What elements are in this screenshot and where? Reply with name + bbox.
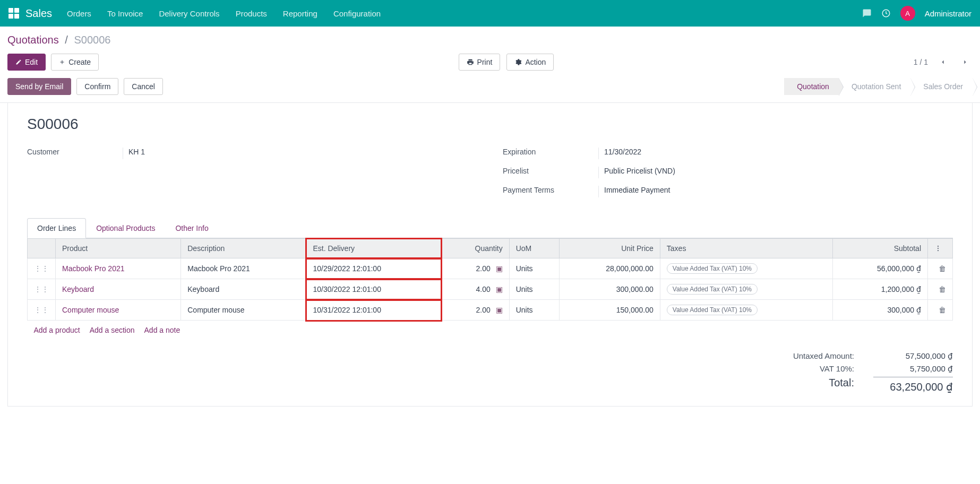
- control-row: Edit Create Print Action 1 / 1: [0, 48, 980, 78]
- col-description[interactable]: Description: [181, 239, 306, 258]
- cell-taxes[interactable]: Value Added Tax (VAT) 10%: [660, 279, 832, 300]
- cell-product[interactable]: Computer mouse: [56, 300, 181, 321]
- col-uom[interactable]: UoM: [509, 239, 559, 258]
- cell-uom[interactable]: Units: [509, 300, 559, 321]
- pager: 1 / 1: [914, 58, 928, 66]
- chart-icon[interactable]: ▣: [496, 264, 503, 273]
- col-options[interactable]: [928, 239, 953, 258]
- cell-unit-price[interactable]: 300,000.00: [559, 279, 660, 300]
- cell-quantity[interactable]: 4.00 ▣: [441, 279, 509, 300]
- top-nav: Sales Orders To Invoice Delivery Control…: [0, 0, 980, 27]
- brand[interactable]: Sales: [25, 7, 52, 20]
- drag-handle[interactable]: ⋮⋮: [28, 300, 56, 321]
- chart-icon[interactable]: ▣: [496, 306, 503, 314]
- col-taxes[interactable]: Taxes: [660, 239, 832, 258]
- svg-point-3: [938, 250, 939, 251]
- customer-value[interactable]: KH 1: [123, 148, 477, 159]
- nav-reporting[interactable]: Reporting: [283, 9, 317, 18]
- vat-value: 5,750,000 ₫: [873, 364, 953, 374]
- delete-row[interactable]: 🗑: [928, 279, 953, 300]
- svg-point-1: [938, 246, 939, 247]
- delete-row[interactable]: 🗑: [928, 300, 953, 321]
- cell-est-delivery[interactable]: 10/29/2022 12:01:00: [306, 258, 441, 279]
- edit-button[interactable]: Edit: [7, 54, 46, 71]
- cell-uom[interactable]: Units: [509, 279, 559, 300]
- cell-product[interactable]: Macbook Pro 2021: [56, 258, 181, 279]
- nav-delivery-controls[interactable]: Delivery Controls: [159, 9, 219, 18]
- customer-label: Customer: [27, 148, 123, 156]
- tab-other-info[interactable]: Other Info: [165, 218, 218, 238]
- nav-orders[interactable]: Orders: [67, 9, 91, 18]
- col-quantity[interactable]: Quantity: [441, 239, 509, 258]
- print-button[interactable]: Print: [459, 54, 501, 71]
- prev-button[interactable]: [935, 55, 950, 70]
- cell-unit-price[interactable]: 28,000,000.00: [559, 258, 660, 279]
- cell-product[interactable]: Keyboard: [56, 279, 181, 300]
- stage-quotation-sent[interactable]: Quotation Sent: [839, 78, 910, 95]
- cell-taxes[interactable]: Value Added Tax (VAT) 10%: [660, 300, 832, 321]
- gear-icon: [514, 58, 522, 66]
- table-row[interactable]: ⋮⋮KeyboardKeyboard10/30/2022 12:01:004.0…: [28, 279, 953, 300]
- cell-subtotal: 1,200,000 ₫: [833, 279, 928, 300]
- cell-est-delivery[interactable]: 10/30/2022 12:01:00: [306, 279, 441, 300]
- breadcrumb-separator: /: [65, 34, 68, 46]
- print-icon: [467, 58, 474, 66]
- status-stages: Quotation Quotation Sent Sales Order: [784, 78, 973, 95]
- cell-description[interactable]: Keyboard: [181, 279, 306, 300]
- apps-icon[interactable]: [8, 8, 19, 19]
- stage-sales-order[interactable]: Sales Order: [910, 78, 973, 95]
- table-row[interactable]: ⋮⋮Macbook Pro 2021Macbook Pro 202110/29/…: [28, 258, 953, 279]
- cancel-button[interactable]: Cancel: [124, 78, 163, 95]
- next-button[interactable]: [958, 55, 973, 70]
- col-unit-price[interactable]: Unit Price: [559, 239, 660, 258]
- payment-terms-label: Payment Terms: [503, 186, 598, 194]
- cell-description[interactable]: Macbook Pro 2021: [181, 258, 306, 279]
- form-sheet: S00006 Customer KH 1 Expiration 11/30/20…: [7, 103, 973, 407]
- cell-quantity[interactable]: 2.00 ▣: [441, 258, 509, 279]
- avatar[interactable]: A: [900, 6, 915, 21]
- delete-row[interactable]: 🗑: [928, 258, 953, 279]
- table-row[interactable]: ⋮⋮Computer mouseComputer mouse10/31/2022…: [28, 300, 953, 321]
- pencil-icon: [15, 59, 22, 65]
- send-email-button[interactable]: Send by Email: [7, 78, 71, 95]
- tab-optional-products[interactable]: Optional Products: [86, 218, 165, 238]
- action-button[interactable]: Action: [506, 54, 554, 71]
- drag-handle[interactable]: ⋮⋮: [28, 279, 56, 300]
- total-value: 63,250,000 ₫: [873, 377, 953, 393]
- trash-icon: 🗑: [939, 306, 946, 314]
- expiration-value[interactable]: 11/30/2022: [598, 148, 953, 159]
- add-section-link[interactable]: Add a section: [90, 326, 135, 334]
- payment-terms-value[interactable]: Immediate Payment: [598, 186, 953, 197]
- cell-description[interactable]: Computer mouse: [181, 300, 306, 321]
- col-product[interactable]: Product: [56, 239, 181, 258]
- drag-handle[interactable]: ⋮⋮: [28, 258, 56, 279]
- messaging-icon[interactable]: [862, 8, 872, 18]
- activities-icon[interactable]: [881, 8, 891, 18]
- chart-icon[interactable]: ▣: [496, 285, 503, 293]
- tab-order-lines[interactable]: Order Lines: [27, 218, 86, 238]
- nav-to-invoice[interactable]: To Invoice: [107, 9, 143, 18]
- expiration-label: Expiration: [503, 148, 598, 156]
- cell-est-delivery[interactable]: 10/31/2022 12:01:00: [306, 300, 441, 321]
- nav-configuration[interactable]: Configuration: [333, 9, 381, 18]
- col-subtotal[interactable]: Subtotal: [833, 239, 928, 258]
- confirm-button[interactable]: Confirm: [76, 78, 118, 95]
- tabs: Order Lines Optional Products Other Info: [27, 218, 953, 238]
- totals: Untaxed Amount: 57,500,000 ₫ VAT 10%: 5,…: [27, 351, 953, 393]
- cell-taxes[interactable]: Value Added Tax (VAT) 10%: [660, 258, 832, 279]
- vat-label: VAT 10%:: [759, 364, 854, 374]
- add-product-link[interactable]: Add a product: [34, 326, 80, 334]
- pricelist-value[interactable]: Public Pricelist (VND): [598, 167, 953, 178]
- cell-unit-price[interactable]: 150,000.00: [559, 300, 660, 321]
- username[interactable]: Administrator: [925, 9, 972, 18]
- create-button[interactable]: Create: [51, 54, 99, 71]
- cell-quantity[interactable]: 2.00 ▣: [441, 300, 509, 321]
- nav-products[interactable]: Products: [236, 9, 267, 18]
- breadcrumb: Quotations / S00006: [7, 34, 973, 46]
- add-note-link[interactable]: Add a note: [144, 326, 180, 334]
- cell-uom[interactable]: Units: [509, 258, 559, 279]
- cell-subtotal: 56,000,000 ₫: [833, 258, 928, 279]
- stage-quotation[interactable]: Quotation: [784, 78, 839, 95]
- breadcrumb-root[interactable]: Quotations: [7, 34, 59, 46]
- col-est-delivery[interactable]: Est. Delivery: [306, 239, 441, 258]
